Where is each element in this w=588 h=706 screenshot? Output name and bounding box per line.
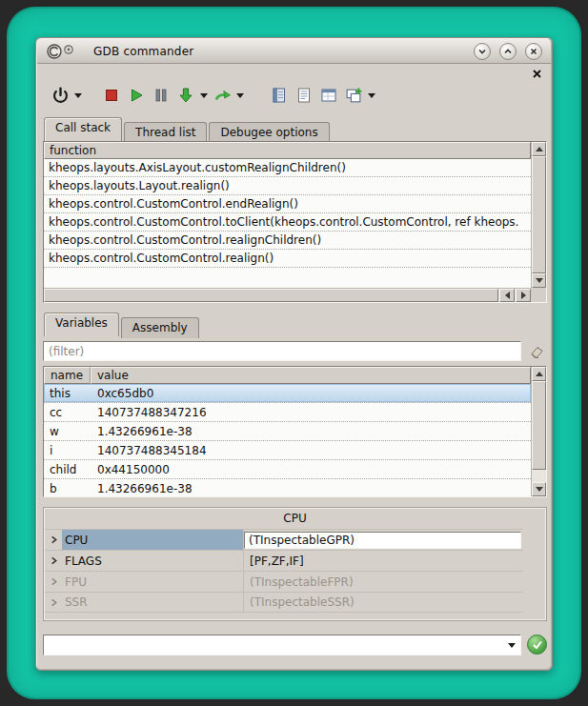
close-button[interactable] <box>525 43 542 60</box>
step-into-dropdown-button[interactable] <box>198 83 210 108</box>
view-report-button[interactable] <box>292 83 316 108</box>
stop-button[interactable] <box>99 83 124 108</box>
view-log-button[interactable] <box>267 83 292 108</box>
clear-filter-button[interactable] <box>526 341 547 361</box>
call-stack-row[interactable]: kheops.control.CustomControl.realign() <box>44 250 531 268</box>
dropdown-arrow-icon <box>368 93 375 98</box>
arrow-down-icon <box>536 487 543 492</box>
scroll-up-button[interactable] <box>532 142 546 156</box>
call-stack-vertical-scrollbar[interactable] <box>531 142 546 288</box>
call-stack-column-header[interactable]: function <box>44 142 531 159</box>
dock-close-button[interactable] <box>531 68 542 79</box>
pause-icon <box>152 87 170 104</box>
maximize-button[interactable] <box>499 43 517 60</box>
cpu-panel: CPU CPU (TInspectableGPR) <box>43 507 547 621</box>
desktop-background: GDB commander <box>0 0 588 706</box>
call-stack-panel: function kheops.layouts.AxisLayout.custo… <box>43 141 547 303</box>
tab-debugee-options[interactable]: Debugee options <box>209 122 329 143</box>
variable-row[interactable]: i 140737488345184 <box>44 441 531 460</box>
register-value-editor[interactable]: (TInspectableGPR) <box>244 532 521 549</box>
variable-name: w <box>44 425 91 438</box>
variable-value: 1.43266961e-38 <box>91 425 531 438</box>
variable-row[interactable]: cc 140737488347216 <box>44 403 531 422</box>
variable-row[interactable]: b 1.43266961e-38 <box>44 479 531 496</box>
add-watch-icon <box>345 87 363 105</box>
scroll-down-button[interactable] <box>532 273 546 288</box>
variables-vertical-scrollbar[interactable] <box>531 367 546 496</box>
power-button[interactable] <box>48 83 72 108</box>
variable-name: b <box>44 482 91 495</box>
call-stack-row[interactable]: kheops.layouts.AxisLayout.customRealignC… <box>44 159 531 177</box>
power-dropdown-button[interactable] <box>72 83 84 108</box>
arrow-left-icon <box>505 292 510 299</box>
tab-variables[interactable]: Variables <box>44 313 119 336</box>
gdb-commander-window: GDB commander <box>35 37 553 671</box>
add-watch-dropdown-button[interactable] <box>366 83 377 108</box>
column-header-name[interactable]: name <box>44 367 91 384</box>
titlebar[interactable]: GDB commander <box>37 39 551 64</box>
arrow-right-icon <box>521 292 526 299</box>
expander[interactable] <box>45 572 62 592</box>
dropdown-arrow-icon <box>74 93 82 98</box>
call-stack-list: kheops.layouts.AxisLayout.customRealignC… <box>44 159 531 288</box>
execute-command-button[interactable] <box>527 635 547 655</box>
variable-row[interactable]: this 0xc65db0 <box>44 384 531 403</box>
cpu-register-row[interactable]: FLAGS [PF,ZF,IF] <box>45 550 523 571</box>
variables-list: this 0xc65db0 cc 140737488347216 w 1.432… <box>44 384 531 496</box>
app-icon[interactable] <box>46 43 78 60</box>
tab-call-stack[interactable]: Call stack <box>44 117 122 141</box>
run-button[interactable] <box>124 83 149 108</box>
call-stack-row[interactable]: kheops.control.CustomControl.realignChil… <box>44 232 531 250</box>
pause-button[interactable] <box>149 83 173 108</box>
close-icon <box>532 69 542 79</box>
expander[interactable] <box>45 530 62 550</box>
step-into-button[interactable] <box>173 83 198 108</box>
variable-value: 0xc65db0 <box>91 387 531 400</box>
watch-window-button[interactable] <box>316 83 341 108</box>
expander[interactable] <box>45 551 62 571</box>
command-dropdown-button[interactable] <box>503 635 520 655</box>
arrow-up-icon <box>536 147 543 151</box>
scroll-right-button[interactable] <box>516 289 531 302</box>
scroll-up-button[interactable] <box>532 367 546 381</box>
variable-name: i <box>44 444 91 457</box>
scroll-left-button[interactable] <box>499 289 515 302</box>
variable-row[interactable]: child 0x44150000 <box>44 460 531 479</box>
debugger-tab-bar: Call stack Thread list Debugee options <box>44 118 332 141</box>
register-group-name: FPU <box>62 572 243 592</box>
report-page-icon <box>295 87 313 104</box>
splitter-handle[interactable] <box>43 497 547 507</box>
step-into-icon <box>177 87 194 104</box>
scroll-down-button[interactable] <box>532 482 546 496</box>
expander[interactable] <box>45 593 62 612</box>
command-combobox[interactable] <box>43 635 521 656</box>
command-input[interactable] <box>44 635 503 655</box>
filter-input[interactable] <box>43 341 521 361</box>
step-over-button[interactable] <box>210 83 234 108</box>
run-icon <box>128 87 145 104</box>
window-frame: GDB commander <box>7 7 581 699</box>
minimize-button[interactable] <box>474 43 491 60</box>
tab-assembly[interactable]: Assembly <box>121 317 199 338</box>
variable-row[interactable]: w 1.43266961e-38 <box>44 422 531 441</box>
scrollbar-thumb[interactable] <box>532 156 546 273</box>
scrollbar-thumb[interactable] <box>44 289 498 302</box>
register-group-value[interactable]: (TInspectableGPR) <box>243 530 523 550</box>
call-stack-horizontal-scrollbar[interactable] <box>44 288 531 302</box>
scrollbar-thumb[interactable] <box>532 381 546 470</box>
call-stack-row[interactable]: kheops.control.CustomControl.endRealign(… <box>44 195 531 213</box>
call-stack-row[interactable]: kheops.layouts.Layout.realign() <box>44 177 531 195</box>
dropdown-arrow-icon <box>236 93 244 98</box>
chevron-right-icon <box>50 577 58 586</box>
add-watch-button[interactable] <box>341 83 366 108</box>
cpu-register-row[interactable]: FPU (TInspectableFPR) <box>45 571 523 592</box>
splitter-handle[interactable] <box>43 303 547 313</box>
variables-column-headers: name value <box>44 367 531 384</box>
cpu-register-row[interactable]: SSR (TInspectableSSR) <box>45 592 523 613</box>
step-over-dropdown-button[interactable] <box>234 83 246 108</box>
cpu-register-row[interactable]: CPU (TInspectableGPR) <box>45 529 523 550</box>
close-icon <box>529 47 538 56</box>
tab-thread-list[interactable]: Thread list <box>124 122 207 143</box>
call-stack-row[interactable]: kheops.control.CustomControl.toClient(kh… <box>44 213 531 232</box>
column-header-value[interactable]: value <box>91 367 531 384</box>
